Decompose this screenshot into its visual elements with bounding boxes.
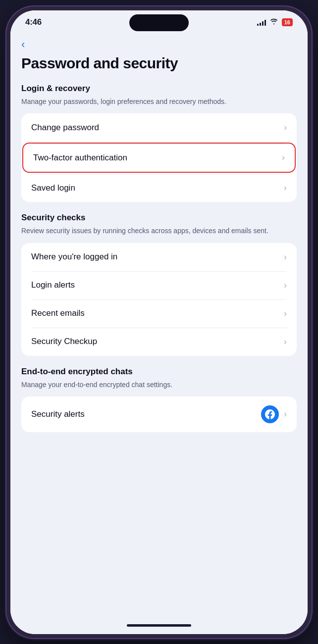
section-security-checks-title: Security checks: [21, 213, 297, 223]
battery-level: 16: [282, 18, 293, 26]
section-login-recovery: Login & recovery Manage your passwords, …: [21, 84, 297, 202]
dynamic-island: [129, 14, 189, 31]
where-logged-in-item[interactable]: Where you're logged in ›: [21, 243, 297, 271]
section-login-recovery-desc: Manage your passwords, login preferences…: [21, 97, 297, 106]
security-alerts-label: Security alerts: [31, 409, 85, 419]
two-factor-auth-item[interactable]: Two-factor authentication ›: [22, 143, 296, 173]
security-alerts-right: ›: [261, 405, 287, 423]
saved-login-label: Saved login: [31, 183, 75, 193]
change-password-label: Change password: [31, 123, 99, 133]
screen: 4:46 16: [10, 10, 308, 634]
e2e-chats-card: Security alerts ›: [21, 396, 297, 432]
security-alerts-item[interactable]: Security alerts ›: [21, 396, 297, 432]
back-button[interactable]: ‹: [21, 31, 297, 55]
two-factor-auth-chevron-icon: ›: [282, 152, 285, 163]
change-password-item[interactable]: Change password ›: [21, 113, 297, 142]
login-alerts-label: Login alerts: [31, 280, 75, 290]
section-e2e-chats-desc: Manage your end-to-end encrypted chat se…: [21, 380, 297, 390]
section-e2e-chats-title: End-to-end encrypted chats: [21, 367, 297, 377]
section-login-recovery-title: Login & recovery: [21, 84, 297, 94]
login-alerts-chevron-icon: ›: [284, 280, 287, 291]
security-checks-card: Where you're logged in › Login alerts › …: [21, 243, 297, 356]
page-content: ‹ Password and security Login & recovery…: [10, 31, 308, 617]
security-alerts-chevron-icon: ›: [284, 409, 287, 419]
status-icons: 16: [257, 18, 293, 26]
where-logged-in-label: Where you're logged in: [31, 252, 117, 262]
login-alerts-item[interactable]: Login alerts ›: [21, 271, 297, 299]
change-password-chevron-icon: ›: [284, 122, 287, 133]
two-factor-auth-label: Two-factor authentication: [33, 153, 127, 163]
back-chevron-icon: ‹: [21, 39, 25, 50]
page-title: Password and security: [21, 55, 297, 72]
wifi-icon: [269, 18, 278, 26]
recent-emails-item[interactable]: Recent emails ›: [21, 299, 297, 328]
security-checkup-chevron-icon: ›: [284, 337, 287, 347]
login-recovery-card: Change password › Two-factor authenticat…: [21, 113, 297, 202]
recent-emails-chevron-icon: ›: [284, 308, 287, 319]
saved-login-chevron-icon: ›: [284, 183, 287, 193]
signal-icon: [257, 19, 266, 26]
section-e2e-chats: End-to-end encrypted chats Manage your e…: [21, 367, 297, 432]
status-time: 4:46: [25, 17, 42, 27]
battery-icon: 16: [282, 18, 293, 26]
facebook-icon: [261, 405, 279, 423]
saved-login-item[interactable]: Saved login ›: [21, 174, 297, 202]
security-checkup-item[interactable]: Security Checkup ›: [21, 328, 297, 356]
home-indicator: [10, 617, 308, 634]
home-bar: [127, 624, 191, 627]
security-checkup-label: Security Checkup: [31, 337, 97, 347]
section-security-checks: Security checks Review security issues b…: [21, 213, 297, 355]
recent-emails-label: Recent emails: [31, 308, 85, 318]
section-security-checks-desc: Review security issues by running checks…: [21, 226, 297, 236]
phone-frame: 4:46 16: [5, 5, 313, 639]
where-logged-in-chevron-icon: ›: [284, 252, 287, 262]
